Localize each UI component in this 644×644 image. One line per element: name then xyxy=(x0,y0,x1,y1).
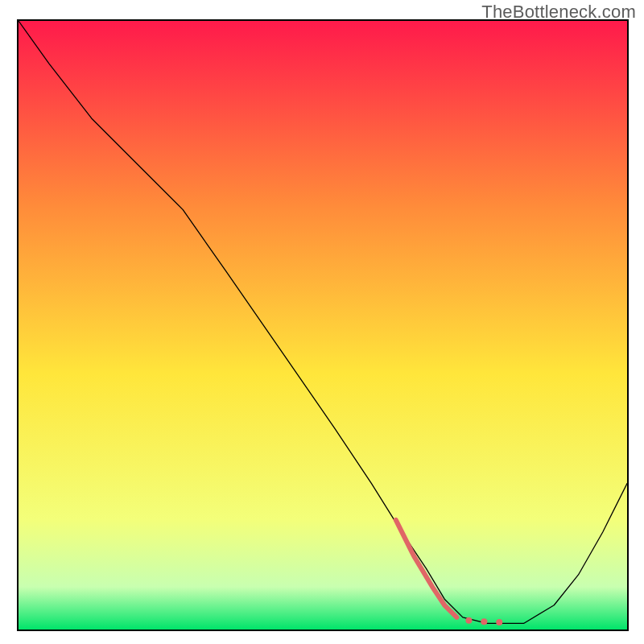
chart-frame: TheBottleneck.com xyxy=(0,0,644,644)
bottleneck-curve xyxy=(19,21,627,623)
highlight-dot xyxy=(481,618,487,625)
highlight-dot xyxy=(465,617,472,624)
bottleneck-highlight-dots xyxy=(465,617,502,625)
highlight-dot xyxy=(496,619,502,625)
watermark-label: TheBottleneck.com xyxy=(481,2,636,23)
series-layer xyxy=(19,21,627,630)
plot-area xyxy=(17,19,629,631)
